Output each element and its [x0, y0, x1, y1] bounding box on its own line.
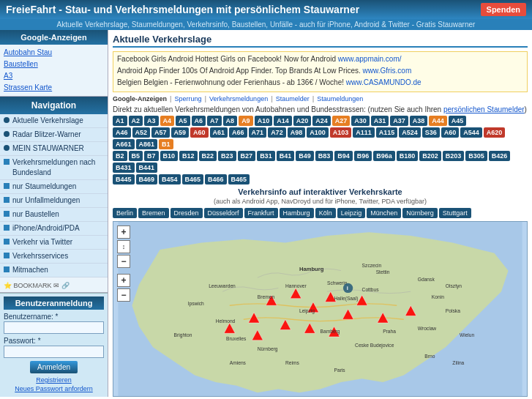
ab-tag[interactable]: B431 — [113, 163, 135, 173]
sidebar-ad-autobahn[interactable]: Autobahn Stau — [4, 47, 104, 59]
ab-tag[interactable]: B27 — [238, 151, 256, 161]
staumelder-link[interactable]: Staumelder — [276, 95, 310, 102]
ab-tag[interactable]: B202 — [419, 151, 441, 161]
sidebar-ad-a3[interactable]: A3 — [4, 70, 104, 82]
ab-tag[interactable]: B83 — [315, 151, 334, 161]
ab-tag[interactable]: A861 — [136, 139, 158, 149]
city-tab[interactable]: Köln — [315, 208, 336, 218]
ab-tag[interactable]: A66 — [229, 127, 247, 138]
ab-tag[interactable]: B49 — [296, 151, 314, 161]
ab-tag[interactable]: A111 — [353, 127, 375, 138]
sidebar-item-baustellen[interactable]: nur Baustellen — [0, 208, 108, 222]
ab-tag[interactable]: A71 — [249, 127, 267, 138]
city-tab[interactable]: Stuttgart — [439, 208, 471, 218]
sidebar-item-verkehrsservices[interactable]: Verkehrsservices — [0, 250, 108, 264]
city-tab[interactable]: Berlin — [113, 208, 137, 218]
sidebar-item-staumeldungen[interactable]: nur Staumeldungen — [0, 180, 108, 194]
ab-tag[interactable]: A14 — [274, 116, 292, 126]
ab-tag[interactable]: A45 — [449, 116, 467, 126]
zoom-out-button[interactable]: − — [117, 255, 130, 268]
ab-tag[interactable]: A8 — [223, 116, 238, 126]
ab-tag[interactable]: B41 — [277, 151, 295, 161]
ab-tag[interactable]: A100 — [307, 127, 329, 138]
password-input[interactable] — [4, 346, 104, 358]
ab-tag[interactable]: B426 — [489, 151, 511, 161]
ab-tag[interactable]: B5 — [129, 151, 143, 161]
ab-tag[interactable]: A60 — [441, 127, 460, 138]
ab-tag[interactable]: A44 — [429, 116, 447, 126]
ab-tag[interactable]: A37 — [390, 116, 408, 126]
ab-tag[interactable]: A2 — [129, 116, 143, 126]
pan-button[interactable]: ↕ — [117, 240, 130, 253]
ab-tag[interactable]: B23 — [218, 151, 236, 161]
ad-1-link[interactable]: www.appmain.com/ — [338, 55, 402, 63]
city-tab[interactable]: Frankfurt — [244, 208, 278, 218]
ab-tag[interactable]: B454 — [159, 174, 181, 184]
ab-tag[interactable]: A115 — [376, 127, 398, 138]
ab-tag[interactable]: A30 — [351, 116, 370, 126]
ab-tag[interactable]: B10 — [160, 151, 179, 161]
sidebar-item-mein-stauwarner[interactable]: MEIN STAUWARNER — [0, 142, 108, 156]
ab-tag[interactable]: B469 — [136, 174, 158, 184]
ab-tag[interactable]: B12 — [179, 151, 198, 161]
ab-tag[interactable]: A57 — [151, 127, 170, 138]
sperrung-link[interactable]: Sperrung — [175, 95, 202, 102]
zoom-out-2-button[interactable]: − — [117, 288, 130, 302]
sidebar-item-radar-blitzer[interactable]: Radar Blitzer-Warner — [0, 128, 108, 142]
sidebar-item-iphone[interactable]: iPhone/Android/PDA — [0, 222, 108, 236]
ab-tag[interactable]: A6 — [192, 116, 206, 126]
city-tab[interactable]: Leipzig — [337, 208, 366, 218]
ab-tag[interactable]: A60 — [190, 127, 209, 138]
ab-tag[interactable]: A61 — [210, 127, 228, 138]
ab-tag[interactable]: B465 — [182, 174, 204, 184]
ad-2-link[interactable]: www.Gfris.com — [363, 67, 412, 75]
ab-tag[interactable]: A27 — [332, 116, 351, 126]
ab-tag[interactable]: A38 — [410, 116, 428, 126]
ab-tag[interactable]: A52 — [132, 127, 151, 138]
ab-tag[interactable]: B22 — [199, 151, 217, 161]
personal-staumelder-link[interactable]: persönlichen Staumelder — [443, 105, 525, 113]
ab-tag[interactable]: A524 — [399, 127, 421, 138]
ab-tag[interactable]: A72 — [268, 127, 286, 138]
ab-tag[interactable]: B180 — [397, 151, 419, 161]
ab-tag[interactable]: S36 — [422, 127, 440, 138]
ab-tag[interactable]: A1 — [113, 116, 127, 126]
city-tab[interactable]: Düsseldorf — [204, 208, 243, 218]
register-link[interactable]: Registrieren — [4, 376, 104, 384]
city-tab[interactable]: Bremen — [138, 208, 169, 218]
city-tab[interactable]: Dresden — [171, 208, 203, 218]
city-tab[interactable]: Hamburg — [280, 208, 314, 218]
ab-tag[interactable]: B305 — [465, 151, 487, 161]
ab-tag[interactable]: B466 — [205, 174, 227, 184]
ab-tag[interactable]: B94 — [334, 151, 353, 161]
ab-tag[interactable]: A20 — [293, 116, 312, 126]
sidebar-item-twitter[interactable]: Verkehr via Twitter — [0, 236, 108, 250]
sidebar-item-aktuelle-verkehrslage[interactable]: Aktuelle Verkehrslage — [0, 114, 108, 128]
ab-tag[interactable]: B96a — [373, 151, 395, 161]
city-tab[interactable]: München — [367, 208, 401, 218]
city-tab[interactable]: Nürnberg — [402, 208, 438, 218]
ab-tag[interactable]: B441 — [136, 163, 158, 173]
ab-tag[interactable]: B2 — [113, 151, 127, 161]
ab-tag[interactable]: B465 — [228, 174, 250, 184]
verkehrsmeldungen-link[interactable]: Verkehrsmeldungen — [209, 95, 268, 102]
ab-tag[interactable]: A24 — [312, 116, 331, 126]
ab-tag[interactable]: A10 — [255, 116, 273, 126]
ab-tag[interactable]: B1 — [159, 139, 173, 149]
ad-3-link[interactable]: www.CASAMUNDO.de — [346, 78, 422, 86]
ab-tag[interactable]: B31 — [257, 151, 275, 161]
ab-tag[interactable]: A661 — [113, 139, 135, 149]
ab-tag[interactable]: A9 — [239, 116, 253, 126]
ab-tag[interactable]: B7 — [144, 151, 159, 161]
ab-tag[interactable]: B203 — [443, 151, 465, 161]
username-input[interactable] — [4, 321, 104, 334]
ab-tag[interactable]: A7 — [207, 116, 222, 126]
ab-tag[interactable]: A4 — [160, 116, 175, 126]
zoom-in-2-button[interactable]: + — [117, 274, 130, 287]
ab-tag[interactable]: A544 — [460, 127, 482, 138]
sidebar-ad-baustellen[interactable]: Baustellen — [4, 59, 104, 70]
ab-tag[interactable]: A46 — [113, 127, 131, 138]
donate-button[interactable]: Spenden — [481, 3, 526, 16]
ab-tag[interactable]: A5 — [176, 116, 190, 126]
staumeldungen-link[interactable]: Staumeldungen — [317, 95, 363, 102]
